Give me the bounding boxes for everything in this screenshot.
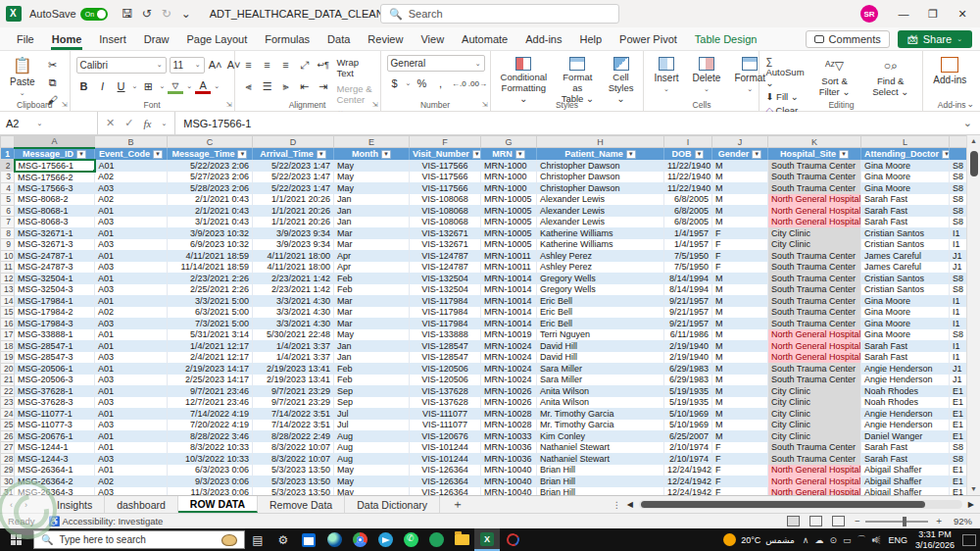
redo-button[interactable]: ↻ [157, 7, 176, 21]
cell[interactable]: MRN-10024 [481, 340, 537, 352]
cell[interactable]: I1 [950, 318, 967, 329]
table-header-cell[interactable]: Event_Code▼ [95, 148, 168, 160]
cell[interactable]: MSG-20506-3 [15, 375, 95, 386]
edge-button[interactable] [321, 528, 347, 551]
row-header[interactable]: 19 [1, 352, 15, 364]
cell[interactable]: A03 [95, 239, 168, 251]
cell[interactable]: VIS-120506 [410, 375, 481, 386]
column-header-J[interactable]: J [712, 136, 768, 148]
cell[interactable]: South Trauma Center [768, 295, 861, 307]
cell[interactable]: MSG-26364-1 [15, 465, 95, 476]
cell[interactable]: MSG-32671-3 [15, 239, 95, 251]
cell[interactable]: M [712, 273, 768, 284]
cell[interactable]: VIS-124787 [410, 250, 481, 262]
cell[interactable]: MRN-10005 [481, 217, 537, 228]
row-header[interactable]: 28 [1, 453, 15, 465]
cell[interactable]: 6/8/2005 [664, 217, 712, 228]
cell[interactable]: City Clinic [768, 408, 861, 420]
cell[interactable]: E1 [950, 430, 967, 442]
cell[interactable]: MRN-10019 [481, 329, 537, 341]
row-header[interactable]: 27 [1, 442, 15, 454]
cell[interactable]: 8/3/2022 10:07 [253, 442, 334, 454]
cell[interactable]: F [712, 262, 768, 274]
cell[interactable]: VIS-133888 [410, 329, 481, 341]
cell[interactable]: A01 [95, 227, 168, 239]
cell[interactable]: MRN-10011 [481, 250, 537, 262]
cell[interactable]: A03 [95, 318, 168, 329]
cell[interactable]: M [712, 430, 768, 442]
zoom-thumb[interactable] [903, 517, 906, 526]
cell[interactable]: Feb [334, 284, 410, 296]
cell[interactable]: Feb [334, 375, 410, 386]
tab-automate[interactable]: Automate [453, 29, 516, 49]
cell[interactable]: 3/9/2023 9:34 [253, 227, 334, 239]
cell[interactable]: MRN-10005 [481, 205, 537, 217]
cell[interactable]: VIS-108068 [410, 205, 481, 217]
cell[interactable]: F [712, 453, 768, 465]
cell[interactable]: MSG-1244-1 [15, 442, 95, 454]
cell[interactable]: 2/19/2023 13:41 [253, 363, 334, 375]
sheet-nav-left-icon[interactable]: ‹ [10, 500, 13, 510]
cell[interactable]: Brian Hill [537, 487, 664, 496]
tab-insert[interactable]: Insert [90, 29, 135, 49]
borders-button[interactable]: ⊞ [140, 78, 156, 94]
cell[interactable]: David Hill [537, 352, 664, 364]
cell[interactable]: F [712, 487, 768, 496]
cell[interactable]: 6/9/2023 10:32 [168, 239, 253, 251]
increase-indent-button[interactable]: ⇥ [316, 78, 331, 94]
cell[interactable]: Mr. Timothy Garcia [537, 408, 664, 420]
cell[interactable]: E1 [950, 476, 967, 487]
clock[interactable]: 3:31 PM 3/16/2026 [915, 529, 955, 550]
cell[interactable]: MRN-10014 [481, 284, 537, 296]
cell[interactable]: Aug [334, 430, 410, 442]
column-header-K[interactable]: K [768, 136, 861, 148]
cell[interactable]: MSG-24787-3 [15, 262, 95, 274]
font-dialog-launcher[interactable]: ⇲ [226, 101, 232, 109]
page-layout-view-button[interactable] [809, 516, 822, 526]
cell[interactable]: 5/31/2021 3:14 [168, 329, 253, 341]
filter-button[interactable]: ▼ [942, 150, 950, 159]
cell[interactable]: A03 [95, 397, 168, 409]
cell[interactable]: S8 [950, 217, 967, 228]
cell[interactable]: 1/4/1957 [664, 227, 712, 239]
cell[interactable]: 2/25/2021 2:26 [168, 284, 253, 296]
row-header[interactable]: 12 [1, 273, 15, 284]
cell[interactable]: Alexander Lewis [537, 217, 664, 228]
row-header[interactable]: 10 [1, 250, 15, 262]
cell[interactable]: E1 [950, 465, 967, 476]
cell[interactable]: May [334, 172, 410, 183]
cell[interactable]: MRN-10005 [481, 194, 537, 206]
cell[interactable]: MRN-1000 [481, 172, 537, 183]
collapse-ribbon-button[interactable]: ⌄ [966, 99, 974, 109]
row-header[interactable]: 6 [1, 205, 15, 217]
cell[interactable]: Mar [334, 307, 410, 319]
display-icon[interactable]: ▭ [843, 535, 852, 545]
accessibility-status[interactable]: ♿ Accessibility: Investigate [48, 516, 163, 526]
tray-app-icon[interactable]: ⊙ [829, 535, 837, 545]
vertical-scrollbar[interactable]: ▲ ▼ [966, 135, 980, 495]
start-button[interactable] [0, 528, 33, 551]
cell[interactable]: 5/22/2023 1:47 [253, 172, 334, 183]
addins-button[interactable]: Add-ins [929, 55, 970, 87]
tab-splitter-handle[interactable]: ⋮ [612, 500, 621, 510]
cell[interactable]: MSG-26364-2 [15, 476, 95, 487]
cell[interactable]: 8/14/1994 [664, 284, 712, 296]
cell[interactable]: A01 [95, 363, 168, 375]
row-header[interactable]: 1 [1, 148, 15, 160]
scroll-up-icon[interactable]: ▲ [967, 135, 980, 147]
cell[interactable]: 1/4/2021 12:17 [168, 340, 253, 352]
cell[interactable]: MSG-26364-3 [15, 487, 95, 496]
cell[interactable]: Katherine Williams [537, 239, 664, 251]
excel-app-icon[interactable] [6, 6, 22, 22]
cell[interactable]: 7/3/2021 5:00 [168, 318, 253, 329]
filter-button[interactable]: ▼ [472, 150, 481, 159]
volume-icon[interactable]: 🕬 [871, 535, 880, 545]
cell[interactable]: Anita Wilson [537, 397, 664, 409]
top-align-button[interactable]: ≡ [241, 57, 257, 73]
user-avatar[interactable]: SR [860, 5, 878, 23]
cell[interactable]: City Clinic [768, 227, 861, 239]
cell[interactable]: S8 [950, 205, 967, 217]
cell[interactable]: 5/22/2023 2:06 [168, 160, 253, 172]
sheet-tab-row-data[interactable]: ROW DATA [178, 496, 258, 513]
find-select-button[interactable]: ○⌕ Find & Select ⌄ [864, 55, 916, 100]
